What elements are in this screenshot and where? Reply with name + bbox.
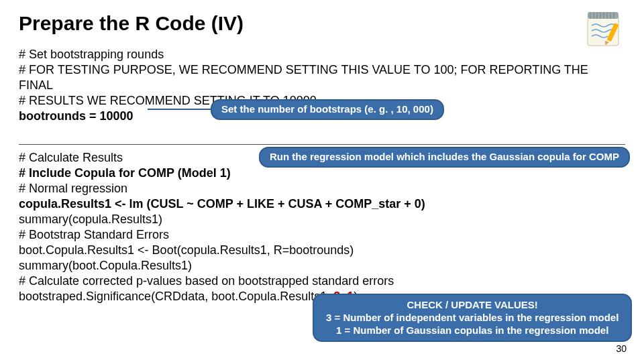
code-line: # FOR TESTING PURPOSE, WE RECOMMEND SETT…: [19, 63, 588, 92]
callout-regression: Run the regression model which includes …: [259, 147, 630, 168]
code-line: # Bootstrap Standard Errors: [19, 228, 169, 241]
callout-bootstraps: Set the number of bootstraps (e. g. , 10…: [211, 99, 444, 120]
section-results: # Calculate Results # Include Copula for…: [19, 150, 625, 304]
callout-text: Run the regression model which includes …: [270, 151, 619, 164]
callout-text: 3 = Number of independent variables in t…: [326, 312, 619, 324]
code-line: # Normal regression: [19, 182, 127, 195]
callout-text: Set the number of bootstraps (e. g. , 10…: [221, 103, 433, 116]
code-line: summary(boot.Copula.Results1): [19, 259, 192, 272]
code-line: summary(copula.Results1): [19, 213, 162, 226]
callout-checkvalues: CHECK / UPDATE VALUES! 3 = Number of ind…: [313, 294, 632, 342]
notepad-icon: [584, 9, 625, 54]
code-line: bootrounds = 10000: [19, 109, 133, 123]
callout-text: 1 = Number of Gaussian copulas in the re…: [336, 324, 608, 337]
page-title: Prepare the R Code (IV): [19, 12, 625, 35]
code-line: boot.Copula.Results1 <- Boot(copula.Resu…: [19, 243, 354, 257]
page-number: 30: [616, 343, 627, 354]
code-fragment: bootstraped.Significance(CRDdata, boot.C…: [19, 290, 333, 303]
code-line: copula.Results1 <- lm (CUSL ~ COMP + LIK…: [19, 197, 425, 210]
code-line: # Calculate Results: [19, 151, 123, 164]
code-line: bootstraped.Significance(CRDdata, boot.C…: [19, 290, 358, 303]
connector-line: [148, 109, 211, 110]
divider: [19, 144, 625, 145]
code-line: # Calculate corrected p-values based on …: [19, 274, 394, 288]
code-line: # Include Copula for COMP (Model 1): [19, 166, 231, 180]
code-line: # Set bootstrapping rounds: [19, 48, 164, 61]
callout-text: CHECK / UPDATE VALUES!: [407, 299, 538, 312]
